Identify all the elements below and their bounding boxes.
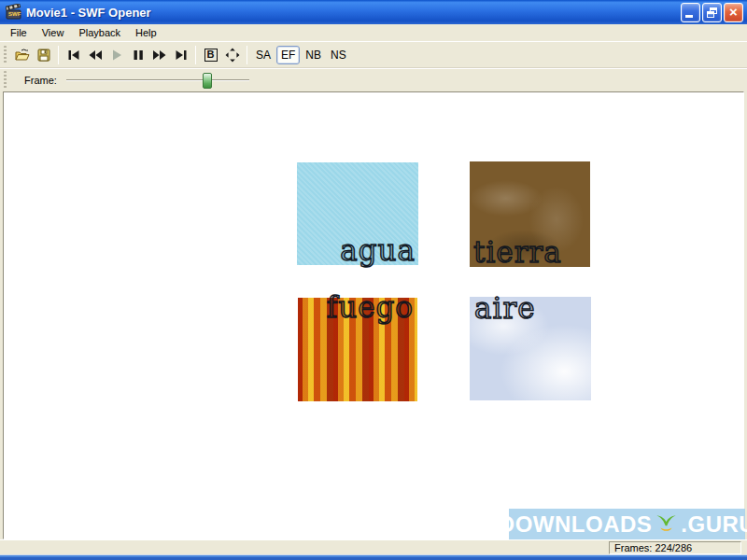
skip-to-end-button[interactable] — [170, 45, 191, 65]
menu-file[interactable]: File — [3, 25, 35, 40]
crosshair-horizontal-line-1 — [217, 276, 588, 279]
frame-slider-thumb[interactable] — [203, 73, 212, 89]
window-bottom-border — [0, 554, 747, 560]
crosshair-vertical-line-1 — [452, 122, 456, 381]
menu-view[interactable]: View — [35, 25, 72, 40]
toolbar-separator — [58, 46, 59, 64]
movie-canvas: Concepto Urbano Casa agua tierra fuego a… — [67, 104, 707, 508]
open-folder-icon — [15, 48, 30, 63]
client-inner: Concepto Urbano Casa agua tierra fuego a… — [3, 91, 744, 539]
downloads-guru-bird-icon — [654, 513, 679, 536]
frame-slider[interactable] — [66, 72, 249, 89]
close-icon: × — [729, 5, 738, 19]
label-agua: agua — [340, 236, 416, 265]
toolbar-grip[interactable] — [4, 46, 7, 64]
fast-forward-button[interactable] — [148, 45, 170, 65]
label-tierra: tierra — [473, 238, 562, 267]
fit-to-window-button[interactable] — [221, 45, 243, 65]
frame-label: Frame: — [24, 75, 57, 86]
save-floppy-icon — [36, 48, 51, 63]
play-button[interactable] — [106, 45, 127, 65]
square-tierra: tierra — [470, 161, 590, 267]
mode-button-nb[interactable]: NB — [302, 46, 325, 64]
watermark-text-left: DOWNLOADS — [499, 513, 652, 536]
client-area: Concepto Urbano Casa agua tierra fuego a… — [0, 91, 747, 539]
rewind-icon — [88, 48, 103, 63]
mode-button-ns[interactable]: NS — [327, 46, 350, 64]
minimize-button[interactable] — [681, 3, 700, 22]
background-toggle-button[interactable]: B — [200, 45, 221, 65]
app-icon-label: SWF — [8, 11, 21, 17]
frames-counter: Frames: 224/286 — [609, 541, 741, 554]
toolbar-separator — [195, 46, 196, 64]
menu-bar: File View Playback Help — [0, 24, 747, 41]
skip-to-start-button[interactable] — [63, 45, 84, 65]
skip-end-icon — [174, 48, 189, 63]
minimize-icon — [685, 15, 693, 18]
move-arrows-icon — [225, 48, 240, 63]
save-button[interactable] — [33, 45, 54, 65]
title-bar: SWF Movie1 - SWF Opener × — [0, 0, 747, 24]
toolbar-separator — [247, 46, 247, 64]
menu-help[interactable]: Help — [128, 25, 164, 40]
movie-vertical-title: Concepto Urbano Casa — [121, 130, 174, 486]
pause-button[interactable] — [127, 45, 148, 65]
toolbar: B SA EF NB NS — [0, 41, 747, 68]
open-file-button[interactable] — [11, 45, 33, 65]
play-icon — [109, 48, 124, 63]
mode-button-sa[interactable]: SA — [252, 46, 275, 64]
skip-start-icon — [66, 48, 81, 63]
app-icon: SWF — [6, 4, 22, 21]
square-agua: agua — [297, 162, 418, 265]
menu-playback[interactable]: Playback — [71, 25, 128, 40]
downloads-guru-watermark: DOWNLOADS .GURU — [509, 509, 745, 539]
b-icon: B — [204, 49, 218, 62]
square-fuego: fuego — [298, 298, 417, 401]
crosshair-horizontal-line-2 — [325, 286, 686, 288]
pause-icon — [131, 48, 146, 63]
label-aire: aire — [474, 294, 536, 323]
mode-button-ef[interactable]: EF — [276, 46, 300, 64]
restore-button[interactable] — [702, 3, 722, 22]
square-aire: aire — [470, 297, 591, 400]
framebar-grip[interactable] — [4, 71, 7, 90]
frame-bar: Frame: — [0, 68, 747, 91]
label-fuego: fuego — [327, 293, 414, 322]
watermark-text-right: .GURU — [681, 513, 747, 536]
close-button[interactable]: × — [724, 3, 743, 22]
status-bar: Frames: 224/286 — [0, 539, 747, 554]
crosshair-vertical-line-2 — [443, 201, 445, 470]
app-window: SWF Movie1 - SWF Opener × File View Play… — [0, 0, 747, 560]
frame-slider-track[interactable] — [66, 79, 249, 81]
rewind-button[interactable] — [84, 45, 106, 65]
window-title: Movie1 - SWF Opener — [26, 6, 681, 20]
fast-forward-icon — [152, 48, 167, 63]
